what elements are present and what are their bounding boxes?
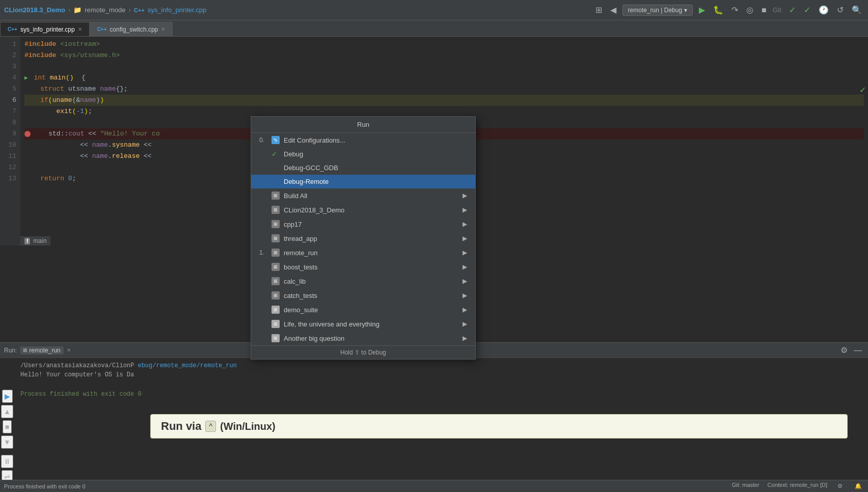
dropdown-item-boost-tests[interactable]: ⊞ boost_tests ▶ bbox=[251, 260, 475, 274]
minimize-icon[interactable]: — bbox=[852, 345, 864, 356]
remote-run-icon: ⊞ bbox=[272, 249, 280, 257]
dropdown-item-clion-demo[interactable]: ⊞ CLion2018_3_Demo ▶ bbox=[251, 203, 475, 217]
dropdown-item-cpp17[interactable]: ⊞ cpp17 ▶ bbox=[251, 217, 475, 231]
dropdown-item-thread-app[interactable]: ⊞ thread_app ▶ bbox=[251, 231, 475, 245]
debug-gcc-label: Debug-GCC_GDB bbox=[284, 164, 467, 172]
tab-close-2[interactable]: ✕ bbox=[161, 26, 165, 32]
code-line-3 bbox=[24, 61, 864, 72]
editor-tabs: C++ sys_info_printer.cpp ✕ C++ config_sw… bbox=[0, 20, 868, 37]
dropdown-item-demo-suite[interactable]: ⊞ demo_suite ▶ bbox=[251, 303, 475, 317]
status-bar: Process finished with exit code 0 Git: m… bbox=[0, 480, 868, 492]
git-status[interactable]: Git: master bbox=[732, 482, 760, 490]
git-revert-btn[interactable]: ↺ bbox=[835, 4, 846, 16]
cpp17-arrow: ▶ bbox=[463, 221, 467, 228]
function-hint: f main bbox=[20, 236, 50, 245]
run-panel-close[interactable]: ✕ bbox=[67, 347, 71, 353]
demo-suite-arrow: ▶ bbox=[463, 306, 467, 313]
dropdown-item-build-all[interactable]: ⊞ Build All ▶ bbox=[251, 188, 475, 203]
search-btn[interactable]: 🔍 bbox=[850, 4, 864, 16]
dropdown-item-remote-run[interactable]: 1. ⊞ remote_run ▶ bbox=[251, 245, 475, 260]
dropdown-item-catch-tests[interactable]: ⊞ catch_tests ▶ bbox=[251, 288, 475, 303]
debug-remote-label: Debug-Remote bbox=[284, 178, 467, 185]
chevron-down-icon: ▾ bbox=[684, 7, 687, 14]
coverage-btn[interactable]: ◎ bbox=[744, 4, 755, 16]
code-line-7: exit ( -1 ) ; bbox=[24, 106, 864, 117]
current-filename[interactable]: sys_info_printer.cpp bbox=[148, 6, 207, 14]
debug-btn[interactable]: 🐛 bbox=[711, 4, 725, 16]
line-num-3: 3 bbox=[0, 61, 20, 72]
dropdown-footer-text: Hold ⇧ to Debug bbox=[340, 349, 386, 356]
line-num-4: 4 bbox=[0, 72, 20, 84]
step-over-btn[interactable]: ↷ bbox=[729, 4, 740, 16]
code-line-6: if ( uname ( & name ) ) bbox=[24, 95, 864, 106]
run-dropdown-menu: Run 0. ✎ Edit Configurations... ✓ Debug … bbox=[251, 116, 476, 360]
dropdown-item-life[interactable]: ⊞ Life, the universe and everything ▶ bbox=[251, 317, 475, 331]
line-num-1: 1 bbox=[0, 39, 20, 50]
line-num-9: 9 bbox=[0, 128, 20, 140]
tab-sys-info[interactable]: C++ sys_info_printer.cpp ✕ bbox=[0, 22, 90, 36]
settings-gear-icon[interactable]: ⚙ bbox=[835, 482, 845, 490]
cpp17-label: cpp17 bbox=[284, 221, 458, 228]
life-icon: ⊞ bbox=[272, 320, 280, 328]
line-num-10: 10 bbox=[0, 140, 20, 151]
item-num-0: 0. bbox=[259, 136, 267, 144]
folder-name[interactable]: remote_mode bbox=[85, 6, 125, 14]
scroll-up-icon[interactable]: ▲ bbox=[1, 405, 13, 418]
git-history-btn[interactable]: 🕐 bbox=[817, 4, 831, 16]
dropdown-item-debug-gcc[interactable]: Debug-GCC_GDB bbox=[251, 161, 475, 175]
breakpoint-icon[interactable] bbox=[24, 131, 31, 137]
pause-icon[interactable]: ⏸ bbox=[1, 455, 13, 468]
stop-icon[interactable]: ■ bbox=[3, 420, 12, 433]
run-config-label: remote_run | Debug bbox=[628, 7, 683, 14]
output-blank bbox=[20, 379, 864, 390]
dropdown-title: Run bbox=[251, 117, 475, 133]
folder-icon: 📁 bbox=[73, 6, 82, 14]
calc-lib-arrow: ▶ bbox=[463, 278, 467, 285]
project-name[interactable]: CLion2018.3_Demo bbox=[4, 6, 65, 14]
clion-demo-icon: ⊞ bbox=[272, 206, 280, 214]
item-num-1: 1. bbox=[259, 249, 267, 256]
dropdown-item-calc-lib[interactable]: ⊞ calc_lib ▶ bbox=[251, 274, 475, 288]
edit-config-icon: ✎ bbox=[272, 136, 280, 144]
dropdown-item-debug-remote[interactable]: Debug-Remote bbox=[251, 175, 475, 188]
boost-tests-icon: ⊞ bbox=[272, 263, 280, 271]
run-arrow-icon: ▶ bbox=[24, 72, 28, 84]
clion-demo-label: CLion2018_3_Demo bbox=[284, 206, 458, 214]
build-all-icon: ⊞ bbox=[272, 192, 280, 200]
line-num-5: 5 bbox=[0, 84, 20, 95]
tab-config-switch[interactable]: C++ config_switch.cpp ✕ bbox=[90, 22, 173, 36]
bottom-panel: Run: ⊞ remote_run ✕ ⚙ — ▶ ▲ ■ ▼ ⏸ ⇌ ☰ ⊞ … bbox=[0, 342, 868, 480]
run-tooltip-banner: Run via ^ (Win/Linux) bbox=[150, 414, 848, 439]
line-num-6: 6 bbox=[0, 95, 20, 106]
demo-suite-icon: ⊞ bbox=[272, 306, 280, 314]
run-target-badge: ⊞ remote_run bbox=[20, 346, 63, 354]
output-process-line: Process finished with exit code 0 bbox=[20, 390, 864, 399]
dropdown-item-edit-config[interactable]: 0. ✎ Edit Configurations... bbox=[251, 133, 475, 147]
catch-tests-icon: ⊞ bbox=[272, 291, 280, 299]
tab-name-1: sys_info_printer.cpp bbox=[20, 26, 75, 33]
demo-suite-label: demo_suite bbox=[284, 306, 458, 314]
play-icon[interactable]: ▶ bbox=[2, 390, 13, 403]
debug-label: Debug bbox=[284, 150, 467, 158]
back-btn[interactable]: ◀ bbox=[608, 4, 618, 16]
scroll-down-icon[interactable]: ▼ bbox=[1, 435, 13, 449]
main-toolbar: CLion2018.3_Demo › 📁 remote_mode › C++ s… bbox=[0, 0, 868, 20]
remote-run-label: remote_run bbox=[284, 249, 458, 257]
git-commit-btn[interactable]: ✓ bbox=[787, 4, 798, 16]
notifications-icon[interactable]: 🔔 bbox=[853, 482, 864, 490]
validation-checkmark: ✓ bbox=[859, 85, 866, 95]
settings-icon[interactable]: ⚙ bbox=[838, 344, 850, 356]
dropdown-item-another[interactable]: ⊞ Another big question ▶ bbox=[251, 331, 475, 345]
context-status[interactable]: Context: remote_run [D] bbox=[768, 482, 827, 490]
line-numbers: 1 2 3 4 5 6 7 8 9 10 11 12 13 bbox=[0, 37, 20, 245]
dropdown-item-debug[interactable]: ✓ Debug bbox=[251, 147, 475, 161]
run-btn[interactable]: ▶ bbox=[697, 4, 707, 16]
tab-close-1[interactable]: ✕ bbox=[78, 26, 82, 32]
calc-lib-label: calc_lib bbox=[284, 278, 458, 285]
run-config-dropdown[interactable]: remote_run | Debug ▾ bbox=[622, 5, 693, 16]
build-all-arrow: ▶ bbox=[463, 192, 467, 199]
stop-btn[interactable]: ■ bbox=[760, 5, 769, 16]
file-icon-btn[interactable]: ⊞ bbox=[593, 4, 604, 16]
catch-tests-label: catch_tests bbox=[284, 292, 458, 299]
git-push-btn[interactable]: ✓ bbox=[802, 4, 812, 16]
